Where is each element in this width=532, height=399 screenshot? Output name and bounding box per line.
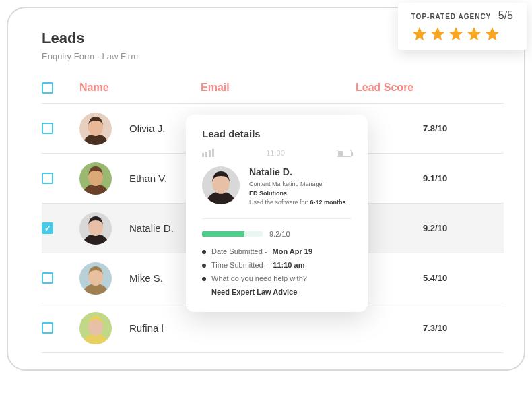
row-checkbox[interactable] — [42, 272, 53, 284]
detail-field-row: Date Submitted - Mon Apr 19 — [202, 247, 352, 255]
detail-usage-label: Used the software for: — [249, 199, 308, 206]
row-score: 9.1/10 — [423, 173, 504, 183]
star-icon — [484, 26, 500, 42]
detail-question-row: What do you need help with? — [202, 274, 352, 282]
status-time: 11:00 — [266, 149, 285, 157]
avatar — [79, 113, 112, 145]
detail-company: ED Solutions — [249, 190, 287, 197]
detail-name: Natalie D. — [249, 166, 346, 177]
detail-title: Lead details — [202, 128, 352, 140]
detail-question: What do you need help with? — [211, 274, 307, 282]
row-score: 7.3/10 — [423, 323, 504, 333]
score-progress-bar — [202, 231, 263, 237]
column-header-name[interactable]: Name — [79, 82, 201, 94]
rating-score: 5/5 — [498, 9, 513, 21]
rating-badge: TOP-RATED AGENCY 5/5 — [398, 3, 527, 50]
row-checkbox[interactable] — [42, 123, 53, 134]
mock-status-bar: 11:00 — [202, 149, 352, 157]
star-icon — [430, 26, 446, 42]
row-checkbox[interactable] — [42, 222, 53, 234]
row-score: 7.8/10 — [423, 123, 504, 133]
avatar — [79, 262, 112, 295]
detail-field-label: Time Submitted - — [211, 261, 267, 269]
rating-stars — [411, 26, 513, 42]
row-checkbox[interactable] — [42, 322, 53, 334]
avatar — [79, 312, 112, 344]
battery-icon — [337, 150, 352, 157]
avatar — [79, 162, 112, 195]
star-icon — [448, 26, 464, 42]
detail-field-row: Time Submitted - 11:10 am — [202, 261, 352, 269]
detail-field-value: Mon Apr 19 — [273, 247, 313, 255]
detail-profile: Natalie D. Content Marketing Manager ED … — [202, 166, 352, 219]
page-subtitle: Enquiry Form - Law Firm — [42, 51, 504, 61]
star-icon — [466, 26, 482, 42]
detail-answer: Need Expert Law Advice — [211, 288, 352, 296]
row-name: Rufina l — [129, 322, 203, 334]
detail-field-label: Date Submitted - — [211, 247, 267, 255]
detail-usage-value: 6-12 months — [310, 199, 346, 206]
star-icon — [411, 26, 428, 42]
row-score: 9.2/10 — [423, 223, 504, 233]
avatar — [202, 166, 240, 204]
row-checkbox[interactable] — [42, 173, 53, 184]
avatar — [79, 212, 112, 245]
table-header: Name Email Lead Score — [42, 76, 504, 104]
detail-score: 9.2/10 — [269, 230, 290, 238]
detail-field-value: 11:10 am — [273, 261, 304, 269]
column-header-score[interactable]: Lead Score — [356, 82, 504, 94]
column-header-email[interactable]: Email — [201, 82, 356, 94]
detail-role: Content Marketing Manager — [249, 180, 346, 189]
detail-score-row: 9.2/10 — [202, 230, 352, 238]
rating-label: TOP-RATED AGENCY — [411, 13, 492, 20]
signal-icon — [202, 149, 214, 157]
lead-detail-card: Lead details 11:00 Natalie D. Content Ma… — [186, 115, 368, 312]
select-all-checkbox[interactable] — [42, 82, 53, 94]
row-score: 5.4/10 — [423, 273, 504, 283]
